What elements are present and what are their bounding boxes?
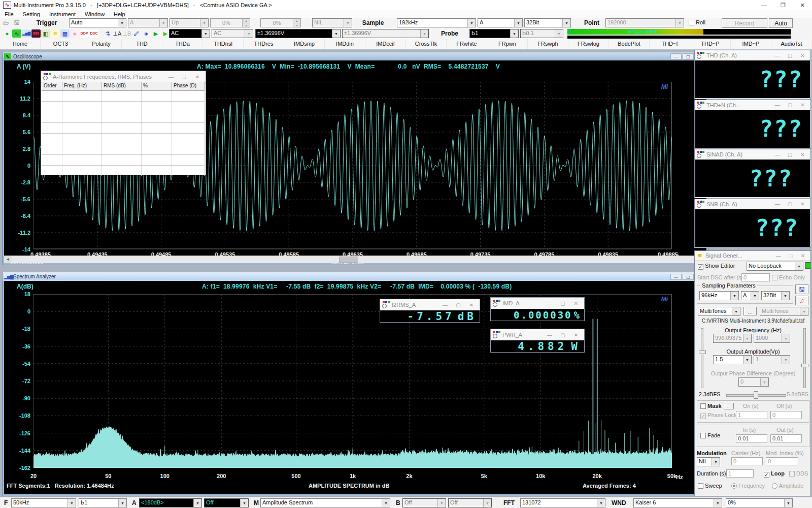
minimize-icon[interactable]: — <box>771 53 784 58</box>
loopback-combo[interactable]: No Loopback▼ <box>747 262 803 271</box>
minimize-icon[interactable]: — <box>772 253 785 259</box>
menu-item-setting[interactable]: Setting <box>18 11 45 17</box>
trigger-delay-spinner[interactable]: 0%▲▼ <box>260 18 301 27</box>
spinner-arrows-icon[interactable]: ▲▼ <box>242 19 250 27</box>
a-range-combo[interactable]: <180dB>▼ <box>139 498 202 507</box>
sidebar-titlebar[interactable]: THD (Ch. A)—▢✕ <box>695 50 810 61</box>
fft-size-combo[interactable]: 131072▼ <box>520 498 605 507</box>
point-count-combo[interactable]: 192000▼ <box>605 18 684 27</box>
tab-thd~f[interactable]: THD~f <box>650 39 690 49</box>
phase-lock-checkbox[interactable]: ✓ Phase Lock <box>700 412 737 419</box>
minimize-icon[interactable]: — <box>771 201 784 207</box>
mask-on-input[interactable]: 1 <box>736 411 767 419</box>
minimize-icon[interactable]: — <box>771 152 784 157</box>
table-row[interactable] <box>42 155 205 166</box>
oscilloscope-titlebar[interactable]: ∿ Oscilloscope — ▢ ✕ <box>3 52 708 60</box>
minimize-icon[interactable]: — <box>164 74 178 80</box>
note-button[interactable]: ♫ <box>795 296 808 305</box>
maximize-icon[interactable]: □ <box>178 74 191 80</box>
amp-slider-b[interactable] <box>803 328 806 388</box>
dbfs-slider-thumb[interactable] <box>754 391 758 399</box>
waveform-b-combo[interactable]: MultiTones▼ <box>760 307 808 316</box>
start-dsc-input[interactable]: 0 <box>741 273 770 281</box>
maximize-icon[interactable]: ▢ <box>784 152 796 157</box>
gen-channel-combo[interactable]: A▼ <box>741 291 759 300</box>
range-a-combo[interactable]: ±1.36996V▼ <box>255 29 341 38</box>
record-button[interactable]: Record <box>722 18 767 28</box>
trigger-level-spinner[interactable]: 0%▲▼ <box>210 18 250 27</box>
maximize-icon[interactable]: ▢ <box>784 53 796 58</box>
spectrum-analyzer-icon[interactable]: ▂▅▇ <box>22 29 31 38</box>
tab-frswlog[interactable]: FRswlog <box>568 39 609 49</box>
close-icon[interactable]: ✕ <box>796 53 809 58</box>
run-icon[interactable]: ▶ <box>151 29 160 38</box>
dds-checkbox[interactable]: DDS <box>789 470 808 477</box>
record-icon[interactable]: ● <box>3 29 12 38</box>
device-test-plan-icon[interactable]: ◧ <box>41 29 50 38</box>
maximize-icon[interactable]: ▢ <box>452 302 465 308</box>
spectrum-titlebar[interactable]: ▂▅▇ Spectrum Analyzer — ▢ ✕ <box>3 272 708 281</box>
window-restore-button[interactable]: ❐ <box>773 2 793 9</box>
maximize-icon[interactable]: ▢ <box>784 102 796 108</box>
coupling-b-combo[interactable]: AC▼ <box>212 29 253 38</box>
ddp-titlebar[interactable]: IMD_A—▢✕ <box>491 298 584 309</box>
trigger-source-combo[interactable]: A▼ <box>128 18 168 27</box>
maximize-icon[interactable]: ▢ <box>556 301 569 306</box>
minimize-icon[interactable]: — <box>670 53 682 59</box>
tab-imd~p[interactable]: IMD~P <box>731 39 771 49</box>
tab-oct3[interactable]: OCT3 <box>41 39 81 49</box>
maximize-icon[interactable]: ▢ <box>784 201 796 207</box>
menu-item-file[interactable]: File <box>0 11 18 17</box>
fade-in-input[interactable]: 0.01 <box>736 434 767 442</box>
data-buffer-icon[interactable]: ▦ <box>60 29 70 38</box>
auto-button[interactable]: Auto <box>769 18 793 28</box>
probe-a-combo[interactable]: Ь1▼ <box>469 29 519 38</box>
b-range-combo[interactable]: Off▼ <box>402 498 446 507</box>
zero-a-icon[interactable]: ⊥A <box>113 29 122 38</box>
tab-thdres[interactable]: THDres <box>244 39 284 49</box>
freq-range-combo[interactable]: 50kHz▼ <box>11 498 76 507</box>
sample-channel-combo[interactable]: A▼ <box>478 18 523 27</box>
duration-input[interactable]: 1 <box>726 469 754 478</box>
signal-generator-icon[interactable]: ≋ <box>51 29 60 38</box>
amp-a-combo[interactable]: 1.5▼ <box>713 355 752 364</box>
close-icon[interactable]: ✕ <box>797 253 809 259</box>
maximize-icon[interactable]: ▢ <box>683 53 694 59</box>
close-icon[interactable]: ✕ <box>465 302 478 308</box>
tab-thd~p[interactable]: THD~P <box>690 39 731 49</box>
minimize-icon[interactable]: — <box>438 302 452 308</box>
menu-item-instrument[interactable]: Instrument <box>45 11 80 17</box>
fade-out-input[interactable]: 0.01 <box>770 434 802 442</box>
ddp-titlebar[interactable]: f2RMS_A—▢✕ <box>380 299 480 311</box>
tab-frpwn[interactable]: FRpwn <box>487 39 528 49</box>
tab-thdnsl[interactable]: THDnsl <box>203 39 244 49</box>
freq-slider-a[interactable] <box>701 328 703 388</box>
b-mode-combo[interactable]: Off▼ <box>448 498 492 507</box>
harmonic-dialog-titlebar[interactable]: A-Harmonic Frequencies, RMS, Phases — □ … <box>41 71 206 83</box>
sweep-frequency-radio[interactable]: Frequency <box>731 483 765 489</box>
tab-home[interactable]: Home <box>0 39 41 49</box>
ddp-titlebar[interactable]: PWR_A—▢✕ <box>491 329 584 341</box>
sweep-checkbox[interactable]: Sweep <box>698 483 722 489</box>
table-row[interactable] <box>42 144 205 155</box>
open-file-icon[interactable]: 🗁 <box>3 19 9 26</box>
maximize-icon[interactable]: ▢ <box>785 253 797 259</box>
close-icon[interactable]: ✕ <box>796 102 809 108</box>
mask-off-input[interactable]: 0 <box>770 411 802 419</box>
mask-browse-button[interactable]: ... <box>724 403 734 409</box>
close-icon[interactable]: ✕ <box>569 301 583 306</box>
view-mode-combo[interactable]: Amplitude Spectrum▼ <box>260 498 390 507</box>
freq-a-combo[interactable]: 996.09375▼ <box>713 334 752 343</box>
sweep-amplitude-radio[interactable]: Amplitude <box>772 483 803 489</box>
table-row[interactable] <box>42 123 205 134</box>
maximize-icon[interactable]: ▢ <box>683 274 694 280</box>
spinner-arrows-icon[interactable]: ▲▼ <box>293 19 300 27</box>
carrier-input[interactable]: 0 <box>731 457 763 465</box>
zero-b-icon[interactable]: ⊥B <box>122 29 131 38</box>
table-row[interactable] <box>42 102 205 112</box>
speaker-icon[interactable]: 🕪 <box>142 29 151 38</box>
tab-imdccif[interactable]: IMDccif <box>365 39 406 49</box>
modulation-combo[interactable]: NIL▼ <box>697 457 720 466</box>
tab-imddin[interactable]: IMDdin <box>325 39 365 49</box>
amp-b-combo[interactable]: 1▼ <box>754 355 790 364</box>
